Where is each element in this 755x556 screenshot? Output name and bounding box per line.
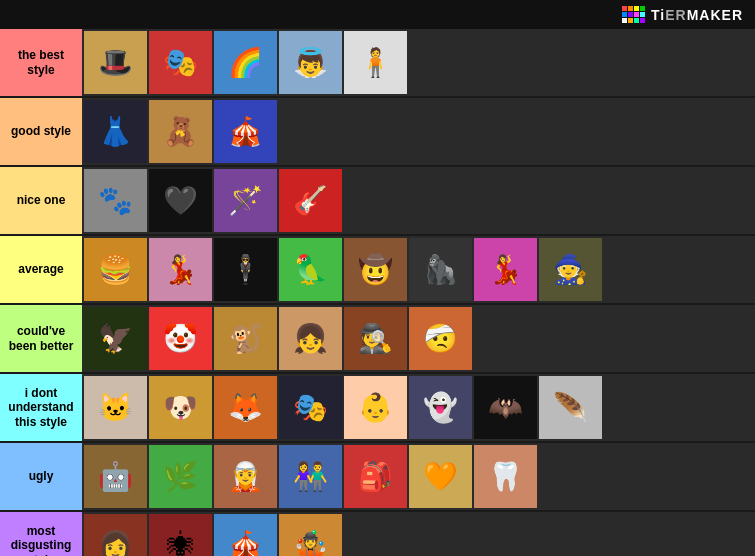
tier-item: 🕷 <box>149 514 212 556</box>
tier-item: 🦷 <box>474 445 537 508</box>
tier-item: 👻 <box>409 376 472 439</box>
tier-row-e: i dont understand this style🐱🐶🦊🎭👶👻🦇🪶 <box>0 374 755 443</box>
tier-item: 🎩 <box>84 31 147 94</box>
tier-item: 🤠 <box>344 238 407 301</box>
character-avatar: 🐾 <box>84 169 147 232</box>
character-avatar: 🪶 <box>539 376 602 439</box>
tier-item: 🦇 <box>474 376 537 439</box>
character-avatar: 🤠 <box>344 238 407 301</box>
character-avatar: 🦷 <box>474 445 537 508</box>
tier-item: 👗 <box>84 100 147 163</box>
character-avatar: 👗 <box>84 100 147 163</box>
character-avatar: 🦜 <box>279 238 342 301</box>
tier-item: 🎸 <box>279 169 342 232</box>
character-avatar: 🍔 <box>84 238 147 301</box>
tier-item: 🦜 <box>279 238 342 301</box>
tier-item: 🧙 <box>539 238 602 301</box>
character-avatar: 👼 <box>279 31 342 94</box>
tier-items-f: 🤖🌿🧝👫🎒🧡🦷 <box>82 443 755 510</box>
tier-label-a: good style <box>0 98 82 165</box>
tier-item: 💃 <box>474 238 537 301</box>
tier-item: 🦅 <box>84 307 147 370</box>
tier-item: 🐒 <box>214 307 277 370</box>
tier-row-f: ugly🤖🌿🧝👫🎒🧡🦷 <box>0 443 755 512</box>
tier-row-g: most disgusting style👩🕷🎪🤹 <box>0 512 755 556</box>
character-avatar: 🎪 <box>214 100 277 163</box>
character-avatar: 👫 <box>279 445 342 508</box>
tiermaker-container: TiERMAKER the best style🎩🎭🌈👼🧍good style👗… <box>0 0 755 556</box>
character-avatar: 🌈 <box>214 31 277 94</box>
tier-row-d: could've been better🦅🤡🐒👧🕵🤕 <box>0 305 755 374</box>
character-avatar: 🦊 <box>214 376 277 439</box>
character-avatar: 🧙 <box>539 238 602 301</box>
tier-item: 👶 <box>344 376 407 439</box>
tier-item: 👼 <box>279 31 342 94</box>
tier-label-c: average <box>0 236 82 303</box>
character-avatar: 🕵 <box>344 307 407 370</box>
character-avatar: 🎪 <box>214 514 277 556</box>
tier-item: 🌿 <box>149 445 212 508</box>
tier-item: 🧡 <box>409 445 472 508</box>
character-avatar: 👩 <box>84 514 147 556</box>
tier-row-s: the best style🎩🎭🌈👼🧍 <box>0 29 755 98</box>
character-avatar: 🎒 <box>344 445 407 508</box>
tier-item: 🖤 <box>149 169 212 232</box>
tier-items-s: 🎩🎭🌈👼🧍 <box>82 29 755 96</box>
tier-item: 👩 <box>84 514 147 556</box>
character-avatar: 🎭 <box>149 31 212 94</box>
tier-item: 🎒 <box>344 445 407 508</box>
character-avatar: 🦅 <box>84 307 147 370</box>
tier-item: 🧸 <box>149 100 212 163</box>
character-avatar: 🖤 <box>149 169 212 232</box>
character-avatar: 🤹 <box>279 514 342 556</box>
character-avatar: 💃 <box>149 238 212 301</box>
tier-item: 🍔 <box>84 238 147 301</box>
tier-item: 👫 <box>279 445 342 508</box>
tier-item: 🐱 <box>84 376 147 439</box>
tier-item: 🪶 <box>539 376 602 439</box>
tier-item: 🕵 <box>344 307 407 370</box>
tier-items-e: 🐱🐶🦊🎭👶👻🦇🪶 <box>82 374 755 441</box>
character-avatar: 🕴 <box>214 238 277 301</box>
tier-item: 🪄 <box>214 169 277 232</box>
tier-items-g: 👩🕷🎪🤹 <box>82 512 755 556</box>
character-avatar: 🧝 <box>214 445 277 508</box>
tier-items-b: 🐾🖤🪄🎸 <box>82 167 755 234</box>
tier-label-b: nice one <box>0 167 82 234</box>
character-avatar: 👶 <box>344 376 407 439</box>
character-avatar: 👻 <box>409 376 472 439</box>
tier-item: 🌈 <box>214 31 277 94</box>
character-avatar: 🐱 <box>84 376 147 439</box>
tier-label-e: i dont understand this style <box>0 374 82 441</box>
tier-label-d: could've been better <box>0 305 82 372</box>
character-avatar: 🕷 <box>149 514 212 556</box>
logo-grid-icon <box>622 6 645 23</box>
character-avatar: 🐒 <box>214 307 277 370</box>
tier-item: 💃 <box>149 238 212 301</box>
tier-label-s: the best style <box>0 29 82 96</box>
tier-row-c: average🍔💃🕴🦜🤠🦍💃🧙 <box>0 236 755 305</box>
tier-label-g: most disgusting style <box>0 512 82 556</box>
character-avatar: 🪄 <box>214 169 277 232</box>
character-avatar: 🎭 <box>279 376 342 439</box>
character-avatar: 🦇 <box>474 376 537 439</box>
character-avatar: 🐶 <box>149 376 212 439</box>
tier-item: 👧 <box>279 307 342 370</box>
tier-items-c: 🍔💃🕴🦜🤠🦍💃🧙 <box>82 236 755 303</box>
character-avatar: 🌿 <box>149 445 212 508</box>
tier-items-d: 🦅🤡🐒👧🕵🤕 <box>82 305 755 372</box>
tier-item: 🎭 <box>149 31 212 94</box>
tier-rows: the best style🎩🎭🌈👼🧍good style👗🧸🎪nice one… <box>0 29 755 556</box>
tier-item: 🤡 <box>149 307 212 370</box>
character-avatar: 🤕 <box>409 307 472 370</box>
tier-item: 🐶 <box>149 376 212 439</box>
tier-item: 🐾 <box>84 169 147 232</box>
character-avatar: 🧸 <box>149 100 212 163</box>
tier-item: 🤕 <box>409 307 472 370</box>
tier-item: 🤖 <box>84 445 147 508</box>
tier-item: 🤹 <box>279 514 342 556</box>
character-avatar: 💃 <box>474 238 537 301</box>
logo-text: TiERMAKER <box>651 7 743 23</box>
character-avatar: 🦍 <box>409 238 472 301</box>
tier-item: 🎪 <box>214 514 277 556</box>
